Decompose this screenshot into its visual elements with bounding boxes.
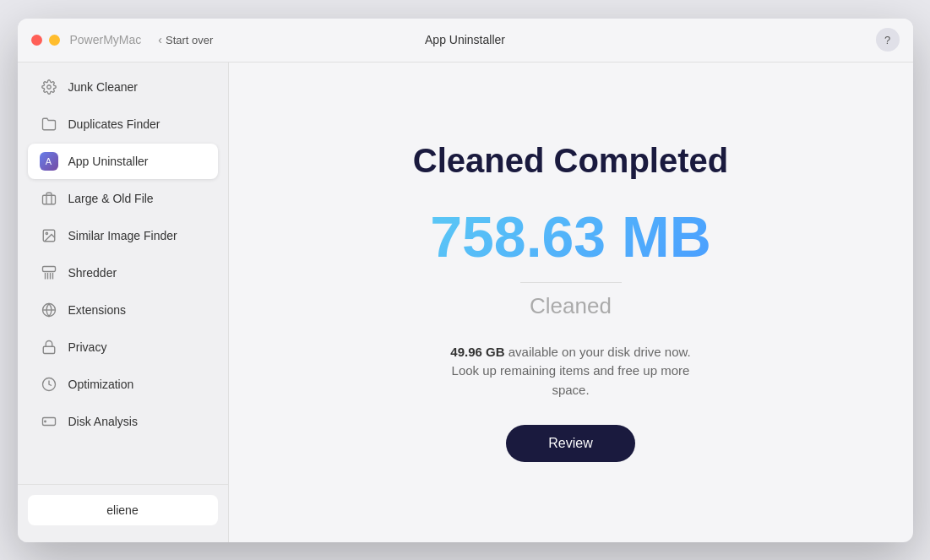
svg-point-16: [44, 421, 46, 422]
sidebar-item-app-uninstaller[interactable]: AApp Uninstaller: [28, 144, 218, 179]
sidebar-item-shredder[interactable]: Shredder: [28, 255, 218, 291]
sidebar-item-label-privacy: Privacy: [68, 340, 107, 354]
start-over-button[interactable]: ‹ Start over: [158, 33, 213, 46]
disk-info: 49.96 GB available on your disk drive no…: [436, 343, 706, 400]
close-button[interactable]: [31, 35, 42, 46]
extensions-icon: [40, 301, 58, 319]
help-button[interactable]: ?: [876, 28, 900, 52]
cleaned-amount: 758.63 MB: [430, 205, 711, 269]
disk-size: 49.96 GB: [450, 345, 504, 359]
sidebar-item-junk-cleaner[interactable]: Junk Cleaner: [28, 69, 218, 105]
lock-icon: [40, 338, 58, 356]
sidebar-item-large-old-file[interactable]: Large & Old File: [28, 181, 218, 216]
app-name: PowerMyMac: [70, 33, 142, 46]
image-icon: [40, 226, 58, 245]
cleaned-label: Cleaned: [530, 293, 612, 319]
result-container: Cleaned Completed 758.63 MB Cleaned 49.9…: [413, 142, 728, 462]
chevron-left-icon: ‹: [158, 33, 162, 46]
sidebar-item-label-large-old-file: Large & Old File: [68, 192, 154, 205]
start-over-label: Start over: [166, 34, 213, 46]
traffic-lights: [31, 35, 60, 46]
window-title: App Uninstaller: [425, 33, 505, 46]
sidebar-item-label-optimization: Optimization: [68, 378, 134, 391]
svg-rect-1: [42, 195, 55, 204]
sidebar-item-optimization[interactable]: Optimization: [28, 367, 218, 402]
sidebar-item-label-extensions: Extensions: [68, 303, 126, 317]
briefcase-icon: [40, 189, 58, 208]
svg-point-3: [46, 232, 47, 234]
sidebar-item-label-disk-analysis: Disk Analysis: [68, 415, 138, 428]
title-bar: PowerMyMac ‹ Start over App Uninstaller …: [18, 19, 913, 63]
folder-icon: [40, 115, 58, 133]
sidebar-item-label-duplicates-finder: Duplicates Finder: [68, 117, 160, 131]
minimize-button[interactable]: [49, 35, 60, 46]
shredder-icon: [40, 264, 58, 282]
sidebar-items: Junk CleanerDuplicates FinderAApp Uninst…: [18, 69, 228, 477]
svg-rect-4: [42, 266, 55, 271]
user-profile[interactable]: eliene: [28, 495, 218, 525]
disk-icon: [40, 412, 58, 431]
divider: [520, 282, 622, 283]
sidebar-item-similar-image-finder[interactable]: Similar Image Finder: [28, 218, 218, 253]
sidebar-item-label-app-uninstaller: App Uninstaller: [68, 155, 149, 168]
gear-icon: [40, 78, 58, 96]
svg-rect-11: [43, 346, 55, 353]
sidebar-item-privacy[interactable]: Privacy: [28, 329, 218, 365]
app-icon: A: [40, 152, 58, 171]
sidebar-item-extensions[interactable]: Extensions: [28, 292, 218, 328]
sidebar-footer: eliene: [18, 484, 228, 536]
sidebar-item-label-shredder: Shredder: [68, 266, 117, 280]
sidebar-item-duplicates-finder[interactable]: Duplicates Finder: [28, 106, 218, 142]
optimization-icon: [40, 375, 58, 394]
result-title: Cleaned Completed: [413, 142, 728, 180]
svg-point-0: [46, 84, 51, 89]
sidebar-item-disk-analysis[interactable]: Disk Analysis: [28, 404, 218, 439]
sidebar: Junk CleanerDuplicates FinderAApp Uninst…: [18, 63, 229, 542]
sidebar-item-label-similar-image-finder: Similar Image Finder: [68, 229, 177, 242]
sidebar-item-label-junk-cleaner: Junk Cleaner: [68, 80, 139, 94]
content-area: Cleaned Completed 758.63 MB Cleaned 49.9…: [229, 63, 913, 542]
review-button[interactable]: Review: [506, 425, 634, 462]
app-window: PowerMyMac ‹ Start over App Uninstaller …: [18, 19, 913, 542]
main-content: Junk CleanerDuplicates FinderAApp Uninst…: [18, 63, 913, 542]
